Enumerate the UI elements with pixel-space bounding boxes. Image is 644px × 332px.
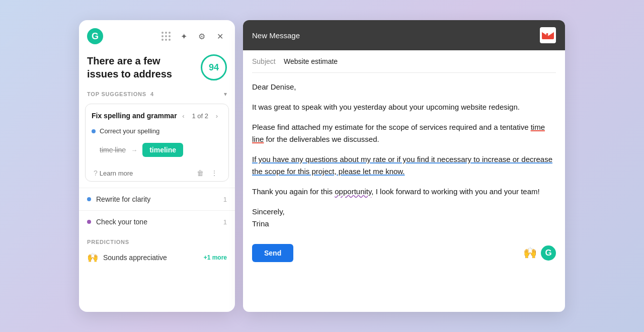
close-icon[interactable]: ✕ (213, 29, 227, 43)
send-button[interactable]: Send (252, 244, 293, 262)
suggestion-dot-purple (87, 220, 91, 224)
paragraph2-before: Please find attached my estimate for the… (252, 123, 531, 131)
suggestion-text-tone: Check your tone (96, 218, 147, 226)
question-circle-icon: ? (94, 169, 98, 177)
header-icons: ✦ ⚙ ✕ (162, 29, 227, 43)
arrow-icon: → (131, 146, 137, 154)
grammarly-footer-icon[interactable]: G (541, 245, 556, 261)
learn-more-button[interactable]: ? Learn more (94, 169, 133, 177)
top-suggestions-header: TOP SUGGESTIONS 4 ▾ (79, 89, 235, 104)
suggestion-dot-blue (87, 197, 91, 201)
greeting: Dear Denise, (252, 81, 556, 93)
svg-text:M: M (542, 32, 548, 41)
card-actions: ? Learn more 🗑 ⋮ (86, 167, 228, 181)
footer-icons: 🙌 G (523, 245, 556, 261)
email-body: Subject Website estimate Dear Denise, It… (243, 50, 565, 238)
correction-row: time line → timeline (92, 141, 222, 161)
email-footer: Send 🙌 G (243, 238, 565, 270)
prev-arrow[interactable]: ‹ (178, 110, 189, 121)
card-title: Fix spelling and grammar (92, 112, 177, 120)
original-text: time line (100, 146, 126, 154)
paragraph4-after: I look forward to working with you and y… (374, 187, 540, 196)
more-badge[interactable]: +1 more (204, 254, 227, 261)
suggestions-count: 4 (150, 91, 153, 97)
subject-row: Subject Website estimate (252, 50, 556, 73)
paragraph1: It was great to speak with you yesterday… (252, 101, 556, 113)
appreciation-emoji: 🙌 (523, 246, 537, 260)
card-body: Correct your spelling time line → timeli… (86, 125, 228, 167)
chevron-down-icon[interactable]: ▾ (224, 91, 227, 98)
paragraph3: If you have any questions about my rate … (252, 153, 556, 178)
email-panel: New Message M Subject Website estimate D… (243, 20, 565, 312)
panel-title: There are a few issues to address (87, 54, 188, 80)
trash-icon[interactable]: 🗑 (194, 167, 206, 179)
nav-count: 1 of 2 (192, 112, 208, 120)
suggestion-count-clarity: 1 (223, 196, 227, 203)
opportunity-highlight: opportunity, (335, 187, 373, 196)
suggestion-count-tone: 1 (223, 218, 227, 226)
predictions-label: PREDICTIONS (87, 239, 227, 245)
suggestion-left: Rewrite for clarity (87, 195, 150, 203)
suggestion-text-clarity: Rewrite for clarity (96, 195, 150, 203)
grammarly-panel: G ✦ ⚙ ✕ There are a few issues to addres… (79, 20, 235, 312)
prediction-text: Sounds appreciative (103, 254, 167, 262)
card-nav: ‹ 1 of 2 › (178, 110, 222, 121)
score-circle: 94 (201, 54, 227, 80)
paragraph4: Thank you again for this opportunity, I … (252, 186, 556, 198)
apps-grid-icon[interactable] (162, 32, 171, 41)
suggestion-button[interactable]: timeline (142, 143, 183, 157)
subject-value: Website estimate (284, 57, 338, 65)
subject-label: Subject (252, 57, 280, 65)
prediction-emoji: 🙌 (87, 252, 98, 263)
grammarly-logo-icon: G (87, 28, 103, 44)
email-content[interactable]: Dear Denise, It was great to speak with … (252, 73, 556, 238)
closing: Sincerely, Trina (252, 206, 556, 230)
card-header: Fix spelling and grammar ‹ 1 of 2 › (86, 104, 228, 125)
email-header: New Message M (243, 20, 565, 50)
settings-icon[interactable]: ⚙ (195, 29, 209, 43)
correction-label: Correct your spelling (100, 127, 159, 135)
paragraph4-before: Thank you again for this (252, 187, 335, 196)
prediction-item: 🙌 Sounds appreciative +1 more (87, 250, 227, 265)
action-icons: 🗑 ⋮ (194, 167, 220, 179)
bullet-dot (92, 129, 96, 133)
gmail-icon: M (540, 27, 556, 43)
panel-header: G ✦ ⚙ ✕ (79, 20, 235, 50)
rewrite-clarity-item[interactable]: Rewrite for clarity 1 (79, 188, 235, 210)
score-value: 94 (209, 62, 219, 73)
paragraph2: Please find attached my estimate for the… (252, 121, 556, 145)
top-suggestions-label: TOP SUGGESTIONS (87, 91, 146, 97)
next-arrow[interactable]: › (211, 110, 222, 121)
sparkle-icon[interactable]: ✦ (177, 29, 191, 43)
more-options-icon[interactable]: ⋮ (208, 167, 220, 179)
email-header-title: New Message (252, 31, 300, 40)
fix-spelling-card: Fix spelling and grammar ‹ 1 of 2 › Corr… (85, 104, 229, 182)
check-tone-item[interactable]: Check your tone 1 (79, 210, 235, 233)
correction-item: Correct your spelling (92, 127, 222, 135)
panel-title-section: There are a few issues to address 94 (79, 50, 235, 89)
predictions-section: PREDICTIONS 🙌 Sounds appreciative +1 mor… (79, 233, 235, 269)
paragraph2-after: for the deliverables we discussed. (264, 135, 379, 143)
suggestion-left-tone: Check your tone (87, 218, 147, 226)
